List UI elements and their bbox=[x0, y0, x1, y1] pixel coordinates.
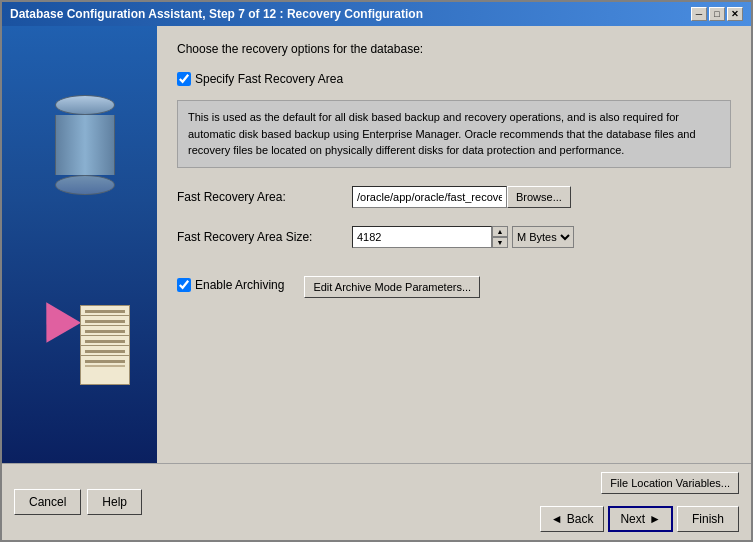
help-button[interactable]: Help bbox=[87, 489, 142, 515]
fast-recovery-area-row: Fast Recovery Area: Browse... bbox=[177, 186, 731, 208]
title-bar-buttons: ─ □ ✕ bbox=[691, 7, 743, 21]
close-button[interactable]: ✕ bbox=[727, 7, 743, 21]
fast-recovery-size-input-group: ▲ ▼ M Bytes G Bytes bbox=[352, 226, 731, 248]
bottom-right-area: File Location Variables... ◄ Back Next ►… bbox=[540, 472, 739, 532]
title-bar: Database Configuration Assistant, Step 7… bbox=[2, 2, 751, 26]
database-icon bbox=[55, 95, 115, 175]
spinner-down-button[interactable]: ▼ bbox=[492, 237, 508, 248]
nav-buttons: ◄ Back Next ► Finish bbox=[540, 506, 739, 532]
intro-text: Choose the recovery options for the data… bbox=[177, 42, 731, 56]
fast-recovery-size-input[interactable] bbox=[352, 226, 492, 248]
units-select[interactable]: M Bytes G Bytes bbox=[512, 226, 574, 248]
archiving-row: Enable Archiving Edit Archive Mode Param… bbox=[177, 276, 731, 298]
fast-recovery-description: This is used as the default for all disk… bbox=[177, 100, 731, 168]
fast-recovery-area-input[interactable] bbox=[352, 186, 507, 208]
back-button[interactable]: ◄ Back bbox=[540, 506, 605, 532]
browse-button[interactable]: Browse... bbox=[507, 186, 571, 208]
file-loc-row: File Location Variables... bbox=[601, 472, 739, 494]
bottom-left-buttons: Cancel Help bbox=[14, 489, 142, 515]
right-panel: Choose the recovery options for the data… bbox=[157, 26, 751, 463]
size-spinner: ▲ ▼ bbox=[492, 226, 508, 248]
archiving-label[interactable]: Enable Archiving bbox=[195, 278, 284, 292]
maximize-button[interactable]: □ bbox=[709, 7, 725, 21]
fast-recovery-size-label: Fast Recovery Area Size: bbox=[177, 230, 352, 244]
fast-recovery-label[interactable]: Specify Fast Recovery Area bbox=[195, 72, 343, 86]
next-button[interactable]: Next ► bbox=[608, 506, 673, 532]
fast-recovery-area-label: Fast Recovery Area: bbox=[177, 190, 352, 204]
fast-recovery-checkbox[interactable] bbox=[177, 72, 191, 86]
window-title: Database Configuration Assistant, Step 7… bbox=[10, 7, 423, 21]
next-label: Next bbox=[620, 512, 645, 526]
archive-mode-button[interactable]: Edit Archive Mode Parameters... bbox=[304, 276, 480, 298]
content-area: Choose the recovery options for the data… bbox=[2, 26, 751, 463]
minimize-button[interactable]: ─ bbox=[691, 7, 707, 21]
back-arrow-icon: ◄ bbox=[551, 512, 563, 526]
spinner-up-button[interactable]: ▲ bbox=[492, 226, 508, 237]
fast-recovery-checkbox-row: Specify Fast Recovery Area bbox=[177, 72, 731, 86]
left-panel bbox=[2, 26, 157, 463]
document-stack-icon bbox=[80, 305, 130, 365]
archiving-checkbox[interactable] bbox=[177, 278, 191, 292]
fast-recovery-area-input-group: Browse... bbox=[352, 186, 731, 208]
bottom-bar: Cancel Help File Location Variables... ◄… bbox=[2, 463, 751, 540]
archiving-checkbox-row: Enable Archiving bbox=[177, 278, 284, 292]
finish-button[interactable]: Finish bbox=[677, 506, 739, 532]
back-label: Back bbox=[567, 512, 594, 526]
next-arrow-icon: ► bbox=[649, 512, 661, 526]
wizard-image bbox=[20, 75, 140, 415]
arrow-icon bbox=[28, 292, 80, 342]
file-location-variables-button[interactable]: File Location Variables... bbox=[601, 472, 739, 494]
cancel-button[interactable]: Cancel bbox=[14, 489, 81, 515]
main-window: Database Configuration Assistant, Step 7… bbox=[0, 0, 753, 542]
fast-recovery-size-row: Fast Recovery Area Size: ▲ ▼ M Bytes G B… bbox=[177, 226, 731, 248]
